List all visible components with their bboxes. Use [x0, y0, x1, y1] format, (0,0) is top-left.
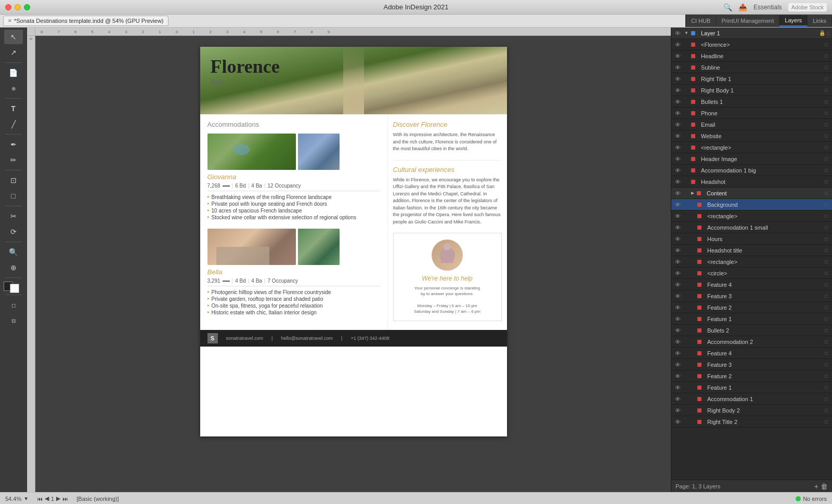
layer-eye-headline[interactable]: 👁	[673, 52, 682, 60]
layer-eye-acc-1[interactable]: 👁	[673, 395, 682, 403]
rectangle-frame-tool[interactable]: ⊡	[4, 173, 23, 188]
workspace-selector[interactable]: Essentials	[753, 4, 782, 11]
layer-eye-website[interactable]: 👁	[673, 132, 682, 140]
layer-item-rectangle-1[interactable]: 👁 <rectangle> □	[671, 142, 832, 153]
zoom-display[interactable]: 54.4% ▼	[5, 496, 29, 502]
layer-eye-subline[interactable]: 👁	[673, 63, 682, 72]
layer-eye-right-body-1[interactable]: 👁	[673, 86, 682, 95]
layer-item-hours[interactable]: 👁 Hours □	[671, 233, 832, 245]
text-tool[interactable]: T	[4, 101, 23, 116]
frame-mode[interactable]: ⊟	[4, 313, 23, 328]
layer-item-feature-2a[interactable]: 👁 Feature 2 □	[671, 302, 832, 313]
rectangle-tool[interactable]: □	[4, 189, 23, 203]
layer-item-feature-2b[interactable]: 👁 Feature 2 □	[671, 370, 832, 382]
minimize-button[interactable]	[15, 4, 21, 10]
layer-eye-hours[interactable]: 👁	[673, 235, 682, 243]
printui-tab[interactable]: PrintUI Management	[716, 16, 779, 26]
layer-eye-right-title-2[interactable]: 👁	[673, 418, 682, 426]
page-nav[interactable]: ⏮ ◀ 1 ▶ ⏭	[37, 495, 68, 502]
layer-item-feature-4a[interactable]: 👁 Feature 4 □	[671, 279, 832, 290]
layer-item-background[interactable]: 👁 Background □	[671, 199, 832, 210]
layer-eye-feature-3b[interactable]: 👁	[673, 361, 682, 369]
layer-eye-feature-4b[interactable]: 👁	[673, 349, 682, 357]
line-tool[interactable]: ╱	[4, 117, 23, 131]
layer-item-subline[interactable]: 👁 Subline □	[671, 62, 832, 73]
layer-eye-rectangle-3[interactable]: 👁	[673, 258, 682, 266]
layer-eye-right-body-2[interactable]: 👁	[673, 406, 682, 415]
pencil-tool[interactable]: ✏	[4, 153, 23, 167]
layer-1-visibility[interactable]: 👁	[673, 29, 682, 37]
layer-eye-headshot[interactable]: 👁	[673, 178, 682, 186]
links-tab[interactable]: Links	[808, 16, 832, 26]
layer-eye-acc-2[interactable]: 👁	[673, 338, 682, 346]
layer-eye-feature-1b[interactable]: 👁	[673, 383, 682, 392]
layer-item-right-title-2[interactable]: 👁 Right Title 2 □	[671, 416, 832, 428]
layer-item-email[interactable]: 👁 Email □	[671, 119, 832, 130]
layer-eye-acc-1-big[interactable]: 👁	[673, 166, 682, 175]
layer-eye-bullets-1[interactable]: 👁	[673, 98, 682, 106]
eyedropper-tool[interactable]: 🔍	[4, 245, 23, 259]
layer-eye-background[interactable]: 👁	[673, 201, 682, 209]
layer-item-headshot-title[interactable]: 👁 Headshot title □	[671, 245, 832, 256]
layer-item-rectangle-3[interactable]: 👁 <rectangle> □	[671, 256, 832, 268]
layer-eye-phone[interactable]: 👁	[673, 109, 682, 117]
free-transform-tool[interactable]: ⟳	[4, 224, 23, 239]
preview-mode[interactable]: ◻	[4, 298, 23, 312]
layer-item-circle[interactable]: 👁 <circle> □	[671, 268, 832, 279]
layer-eye-circle[interactable]: 👁	[673, 269, 682, 277]
layer-eye-feature-2a[interactable]: 👁	[673, 303, 682, 312]
layer-item-acc-1-big[interactable]: 👁 Accommodation 1 big □	[671, 165, 832, 176]
layer-item-feature-4b[interactable]: 👁 Feature 4 □	[671, 348, 832, 359]
share-icon[interactable]: 📤	[738, 3, 747, 11]
layers-list[interactable]: 👁 ▼ Layer 1 🔒 □ 👁 <Florence> □ 👁	[671, 28, 832, 480]
document-tab[interactable]: ✕ *Sonata Destinations template.indd @ 5…	[3, 16, 168, 26]
layer-eye-acc-1-small[interactable]: 👁	[673, 223, 682, 232]
layer-item-feature-3b[interactable]: 👁 Feature 3 □	[671, 359, 832, 370]
layer-item-feature-3a[interactable]: 👁 Feature 3 □	[671, 290, 832, 302]
stroke-color[interactable]	[10, 284, 19, 293]
tab-close-icon[interactable]: ✕	[8, 18, 12, 23]
layer-item-right-title-1[interactable]: 👁 Right Title 1 □	[671, 73, 832, 85]
layer-item-acc-1-small[interactable]: 👁 Accommodation 1 small □	[671, 222, 832, 233]
layer-eye-feature-2b[interactable]: 👁	[673, 372, 682, 380]
selection-tool[interactable]: ↖	[4, 30, 23, 44]
layer-eye-headshot-title[interactable]: 👁	[673, 246, 682, 255]
layer-eye-right-title-1[interactable]: 👁	[673, 75, 682, 83]
layer-eye-feature-3a[interactable]: 👁	[673, 292, 682, 300]
ci-hub-tab[interactable]: CI HUB	[686, 16, 716, 26]
stock-search[interactable]: Adobe Stock	[788, 3, 827, 11]
layer-item-header-image[interactable]: 👁 Header Image □	[671, 153, 832, 165]
layer-item-website[interactable]: 👁 Website □	[671, 130, 832, 142]
layer-eye-email[interactable]: 👁	[673, 121, 682, 129]
delete-layer-button[interactable]: 🗑	[821, 482, 828, 490]
new-layer-button[interactable]: +	[814, 482, 818, 490]
layer-1-header[interactable]: 👁 ▼ Layer 1 🔒 □	[671, 28, 832, 39]
layer-item-bullets-1[interactable]: 👁 Bullets 1 □	[671, 96, 832, 108]
close-button[interactable]	[5, 4, 11, 10]
layer-item-acc-2[interactable]: 👁 Accommodation 2 □	[671, 336, 832, 348]
layer-item-acc-1[interactable]: 👁 Accommodation 1 □	[671, 393, 832, 405]
layer-item-florence[interactable]: 👁 <Florence> □	[671, 39, 832, 50]
layer-item-headshot[interactable]: 👁 Headshot □	[671, 176, 832, 188]
layer-item-right-body-1[interactable]: 👁 Right Body 1 □	[671, 85, 832, 96]
pen-tool[interactable]: ✒	[4, 137, 23, 152]
maximize-button[interactable]	[24, 4, 30, 10]
layer-eye-florence[interactable]: 👁	[673, 41, 682, 49]
layer-1-expand[interactable]: ▼	[683, 31, 690, 35]
page-tool[interactable]: 📄	[4, 65, 23, 80]
layer-item-content-group[interactable]: 👁 ▶ Content □	[671, 188, 832, 199]
layer-item-phone[interactable]: 👁 Phone □	[671, 108, 832, 119]
zoom-tool[interactable]: ⊕	[4, 260, 23, 275]
search-icon[interactable]: 🔍	[723, 3, 732, 11]
layer-eye-feature-4a[interactable]: 👁	[673, 281, 682, 289]
layer-item-right-body-2[interactable]: 👁 Right Body 2 □	[671, 405, 832, 416]
layer-1-lock-icon[interactable]: 🔒	[818, 30, 826, 37]
layer-eye-content[interactable]: 👁	[673, 189, 682, 197]
layer-item-bullets-2[interactable]: 👁 Bullets 2 □	[671, 325, 832, 336]
document-canvas[interactable]: Florence Italy Accommodations	[36, 36, 671, 492]
layer-eye-bullets-2[interactable]: 👁	[673, 326, 682, 335]
scissors-tool[interactable]: ✂	[4, 209, 23, 223]
direct-select-tool[interactable]: ↗	[4, 45, 23, 60]
layer-item-headline[interactable]: 👁 Headline □	[671, 50, 832, 62]
layer-item-feature-1a[interactable]: 👁 Feature 1 □	[671, 313, 832, 325]
